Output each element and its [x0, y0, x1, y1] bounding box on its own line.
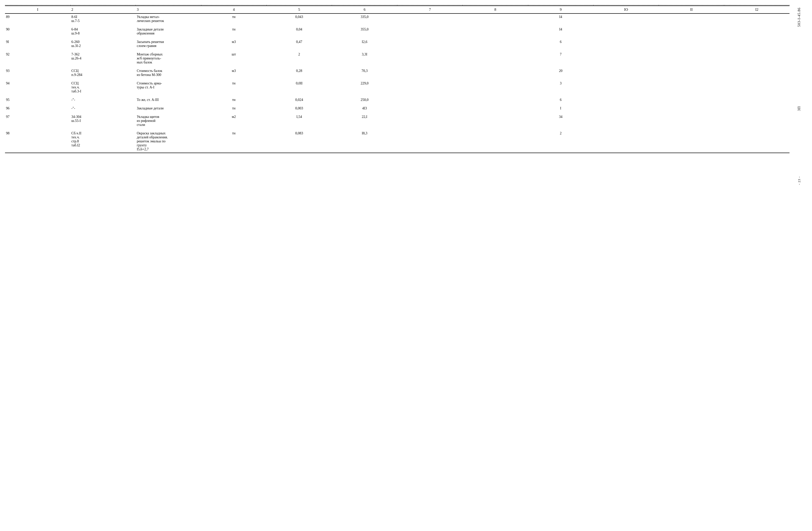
cell-row-93-col3: Стоимость балокиз бетона М-300 [136, 68, 201, 78]
cell-row-97-col8 [463, 114, 528, 128]
cell-row-98-col6: I8,3 [332, 130, 397, 153]
header-col-7: 7 [397, 6, 463, 14]
cell-row-90-col4: тн [201, 26, 267, 37]
cell-row-98-col9: 2 [528, 130, 594, 153]
cell-row-93-col9: 20 [528, 68, 594, 78]
cell-row-89-col9: I4 [528, 14, 594, 24]
table-wrapper: I 2 3 4 5 6 7 8 9 IO II I2 898-6Iш.7-5Ук… [5, 5, 789, 153]
cell-row-94-col6: 229,0 [332, 80, 397, 95]
header-col-4: 4 [201, 6, 267, 14]
cell-row-90-col5: 0,04 [266, 26, 332, 37]
side-section-label: ЗП [797, 106, 801, 111]
row-spacer [5, 49, 789, 51]
header-col-5: 5 [266, 6, 332, 14]
bottom-border-row [5, 153, 789, 153]
cell-row-96-col8 [463, 105, 528, 112]
cell-row-96-col12 [724, 105, 789, 112]
table-row: 95-"-То же, ст. А-IIIтн0,024250,06 [5, 97, 789, 103]
side-page-ref-label: - 23 - [797, 176, 801, 185]
cell-row-89-col7 [397, 14, 463, 24]
cell-row-90-col8 [463, 26, 528, 37]
cell-row-98-col1: 98 [5, 130, 71, 153]
header-col-11: II [659, 6, 724, 14]
cell-row-92-col8 [463, 51, 528, 66]
header-col-2: 2 [71, 6, 136, 14]
row-spacer [5, 24, 789, 26]
cell-row-96-col11 [659, 105, 724, 112]
cell-row-90-col10 [593, 26, 659, 37]
cell-row-95-col11 [659, 97, 724, 103]
cell-row-98-col8 [463, 130, 528, 153]
cell-row-91-col1: 9I [5, 39, 71, 49]
cell-row-96-col7 [397, 105, 463, 112]
cell-row-93-col5: 0,28 [266, 68, 332, 78]
cell-row-90-col12 [724, 26, 789, 37]
cell-row-92-col4: шт [201, 51, 267, 66]
table-row: 927-362ш.26-4Монтаж сборныхж/б прямоугол… [5, 51, 789, 66]
cell-row-93-col12 [724, 68, 789, 78]
table-row: 898-6Iш.7-5Укладка метал-лических решето… [5, 14, 789, 24]
table-row: 94ССЦтех.ч.таб.3-IСтоимость арма-туры ст… [5, 80, 789, 95]
cell-row-95-col10 [593, 97, 659, 103]
table-row: 93ССЦп.9-284Стоимость балокиз бетона М-3… [5, 68, 789, 78]
cell-row-93-col11 [659, 68, 724, 78]
cell-row-93-col8 [463, 68, 528, 78]
cell-row-98-col7 [397, 130, 463, 153]
cell-row-90-col3: Закладные деталиобрамления [136, 26, 201, 37]
cell-row-92-col1: 92 [5, 51, 71, 66]
cell-row-94-col1: 94 [5, 80, 71, 95]
header-col-6: 6 [332, 6, 397, 14]
cell-row-97-col6: 22,I [332, 114, 397, 128]
cell-row-97-col7 [397, 114, 463, 128]
cell-row-90-col6: 355,0 [332, 26, 397, 37]
cell-row-89-col4: тн [201, 14, 267, 24]
cell-row-91-col2: 6-260ш.3I-2 [71, 39, 136, 49]
cell-row-91-col7 [397, 39, 463, 49]
cell-row-90-col7 [397, 26, 463, 37]
cell-row-94-col10 [593, 80, 659, 95]
cell-row-89-col6: 335,0 [332, 14, 397, 24]
cell-row-93-col4: м3 [201, 68, 267, 78]
header-col-8: 8 [463, 6, 528, 14]
cell-row-98-col12 [724, 130, 789, 153]
header-col-12: I2 [724, 6, 789, 14]
cell-row-89-col5: 0,043 [266, 14, 332, 24]
cell-row-90-col2: 6-84ш.9-8 [71, 26, 136, 37]
table-row: 98Сб.ч.IIтех.ч.стр.8таб.I2Окраска заклад… [5, 130, 789, 153]
cell-row-91-col11 [659, 39, 724, 49]
cell-row-91-col4: м3 [201, 39, 267, 49]
cell-row-94-col7 [397, 80, 463, 95]
cell-row-95-col3: То же, ст. А-III [136, 97, 201, 103]
cell-row-93-col1: 93 [5, 68, 71, 78]
cell-row-91-col12 [724, 39, 789, 49]
cell-row-93-col2: ССЦп.9-284 [71, 68, 136, 78]
cell-row-91-col3: Засыпать решеткислоем гравия [136, 39, 201, 49]
page-outer: I 2 3 4 5 6 7 8 9 IO II I2 898-6Iш.7-5Ук… [5, 5, 807, 230]
cell-row-89-col3: Укладка метал-лических решеток [136, 14, 201, 24]
cell-row-97-col12 [724, 114, 789, 128]
cell-row-89-col10 [593, 14, 659, 24]
cell-row-97-col11 [659, 114, 724, 128]
cell-row-89-col8 [463, 14, 528, 24]
cell-row-98-col5: 0,083 [266, 130, 332, 153]
cell-row-97-col5: I,54 [266, 114, 332, 128]
row-spacer [5, 112, 789, 114]
cell-row-94-col3: Стоимость арма-туры ст. А-I [136, 80, 201, 95]
header-col-10: IO [593, 6, 659, 14]
cell-row-92-col12 [724, 51, 789, 66]
table-row: 9734-304ш.55-IУкладка щитовиз рифленойст… [5, 114, 789, 128]
cell-row-89-col2: 8-6Iш.7-5 [71, 14, 136, 24]
cell-row-93-col6: 70,3 [332, 68, 397, 78]
cell-row-97-col9: 34 [528, 114, 594, 128]
cell-row-90-col11 [659, 26, 724, 37]
row-spacer [5, 78, 789, 80]
table-row: 96-"-Закладные деталитн0,0034I3I [5, 105, 789, 112]
row-spacer [5, 103, 789, 105]
cell-row-96-col9: I [528, 105, 594, 112]
main-table: I 2 3 4 5 6 7 8 9 IO II I2 898-6Iш.7-5Ук… [5, 5, 789, 153]
cell-row-94-col4: тн [201, 80, 267, 95]
cell-row-96-col3: Закладные детали [136, 105, 201, 112]
cell-row-92-col9: 7 [528, 51, 594, 66]
cell-row-91-col6: I2,6 [332, 39, 397, 49]
cell-row-94-col12 [724, 80, 789, 95]
